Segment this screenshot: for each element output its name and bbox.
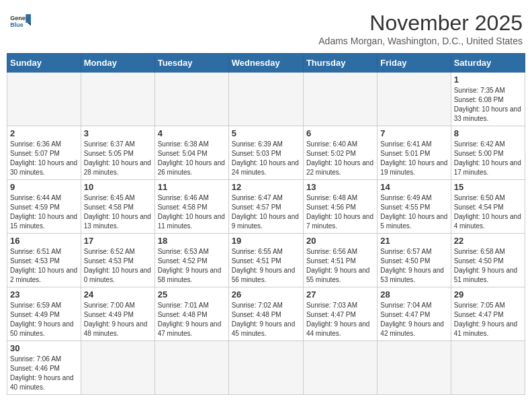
day-number: 23 xyxy=(10,289,78,300)
calendar-cell: 17Sunrise: 6:52 AM Sunset: 4:53 PM Dayli… xyxy=(81,234,154,287)
calendar-header-wednesday: Wednesday xyxy=(228,54,303,73)
day-number: 4 xyxy=(158,128,226,138)
day-number: 2 xyxy=(10,128,78,138)
calendar-cell xyxy=(378,73,451,126)
week-row-3: 16Sunrise: 6:51 AM Sunset: 4:53 PM Dayli… xyxy=(7,234,525,287)
day-info: Sunrise: 6:50 AM Sunset: 4:54 PM Dayligh… xyxy=(454,193,522,231)
day-number: 11 xyxy=(158,182,226,192)
calendar-cell: 27Sunrise: 7:03 AM Sunset: 4:47 PM Dayli… xyxy=(303,287,377,341)
day-number: 28 xyxy=(380,289,447,300)
day-number: 19 xyxy=(232,236,300,246)
day-info: Sunrise: 6:49 AM Sunset: 4:55 PM Dayligh… xyxy=(380,193,447,231)
calendar-cell: 20Sunrise: 6:56 AM Sunset: 4:51 PM Dayli… xyxy=(303,234,377,287)
calendar-header-sunday: Sunday xyxy=(7,54,81,73)
calendar-cell xyxy=(154,73,228,126)
calendar-cell xyxy=(228,341,303,395)
svg-marker-3 xyxy=(28,23,31,26)
calendar-cell: 25Sunrise: 7:01 AM Sunset: 4:48 PM Dayli… xyxy=(154,287,228,341)
calendar-cell xyxy=(7,73,81,126)
day-number: 14 xyxy=(380,182,447,192)
calendar-cell: 24Sunrise: 7:00 AM Sunset: 4:49 PM Dayli… xyxy=(81,287,154,341)
calendar-cell xyxy=(378,341,451,395)
calendar-cell: 19Sunrise: 6:55 AM Sunset: 4:51 PM Dayli… xyxy=(228,234,303,287)
calendar-cell: 1Sunrise: 7:35 AM Sunset: 6:08 PM Daylig… xyxy=(451,73,525,126)
calendar-cell xyxy=(303,341,377,395)
day-number: 12 xyxy=(232,182,300,192)
day-number: 24 xyxy=(84,289,152,300)
day-info: Sunrise: 7:00 AM Sunset: 4:49 PM Dayligh… xyxy=(84,301,152,338)
day-number: 5 xyxy=(232,128,300,138)
day-info: Sunrise: 6:41 AM Sunset: 5:01 PM Dayligh… xyxy=(380,140,447,177)
day-info: Sunrise: 7:06 AM Sunset: 4:46 PM Dayligh… xyxy=(10,355,78,392)
calendar-cell: 14Sunrise: 6:49 AM Sunset: 4:55 PM Dayli… xyxy=(378,180,451,234)
calendar-cell: 6Sunrise: 6:40 AM Sunset: 5:02 PM Daylig… xyxy=(303,126,377,180)
day-info: Sunrise: 6:47 AM Sunset: 4:57 PM Dayligh… xyxy=(232,193,300,231)
day-info: Sunrise: 6:39 AM Sunset: 5:03 PM Dayligh… xyxy=(232,140,300,177)
svg-text:Blue: Blue xyxy=(10,21,23,28)
day-info: Sunrise: 7:01 AM Sunset: 4:48 PM Dayligh… xyxy=(158,301,226,338)
day-info: Sunrise: 6:45 AM Sunset: 4:58 PM Dayligh… xyxy=(84,193,152,231)
week-row-1: 2Sunrise: 6:36 AM Sunset: 5:07 PM Daylig… xyxy=(7,126,525,180)
calendar-cell xyxy=(228,73,303,126)
day-number: 15 xyxy=(454,182,522,192)
day-number: 22 xyxy=(454,236,522,246)
day-number: 9 xyxy=(10,182,78,192)
calendar-table: SundayMondayTuesdayWednesdayThursdayFrid… xyxy=(7,53,525,395)
calendar-cell: 3Sunrise: 6:37 AM Sunset: 5:05 PM Daylig… xyxy=(81,126,154,180)
calendar-cell: 29Sunrise: 7:05 AM Sunset: 4:47 PM Dayli… xyxy=(451,287,525,341)
calendar-cell: 9Sunrise: 6:44 AM Sunset: 4:59 PM Daylig… xyxy=(7,180,81,234)
calendar-cell xyxy=(81,341,154,395)
day-info: Sunrise: 6:51 AM Sunset: 4:53 PM Dayligh… xyxy=(10,247,78,285)
week-row-2: 9Sunrise: 6:44 AM Sunset: 4:59 PM Daylig… xyxy=(7,180,525,234)
calendar-cell: 12Sunrise: 6:47 AM Sunset: 4:57 PM Dayli… xyxy=(228,180,303,234)
day-info: Sunrise: 6:52 AM Sunset: 4:53 PM Dayligh… xyxy=(84,247,152,285)
calendar-cell: 13Sunrise: 6:48 AM Sunset: 4:56 PM Dayli… xyxy=(303,180,377,234)
calendar-cell: 2Sunrise: 6:36 AM Sunset: 5:07 PM Daylig… xyxy=(7,126,81,180)
day-info: Sunrise: 7:35 AM Sunset: 6:08 PM Dayligh… xyxy=(454,86,522,124)
day-info: Sunrise: 6:46 AM Sunset: 4:58 PM Dayligh… xyxy=(158,193,226,231)
svg-marker-2 xyxy=(26,14,31,23)
day-number: 21 xyxy=(380,236,447,246)
page-header: General Blue November 2025 Adams Morgan,… xyxy=(7,7,525,49)
day-info: Sunrise: 6:55 AM Sunset: 4:51 PM Dayligh… xyxy=(232,247,300,285)
calendar-cell: 22Sunrise: 6:58 AM Sunset: 4:50 PM Dayli… xyxy=(451,234,525,287)
day-info: Sunrise: 7:03 AM Sunset: 4:47 PM Dayligh… xyxy=(306,301,374,338)
day-number: 3 xyxy=(84,128,152,138)
calendar-cell xyxy=(451,341,525,395)
calendar-header-monday: Monday xyxy=(81,54,154,73)
calendar-header-tuesday: Tuesday xyxy=(154,54,228,73)
day-number: 26 xyxy=(232,289,300,300)
day-info: Sunrise: 6:57 AM Sunset: 4:50 PM Dayligh… xyxy=(380,247,447,285)
title-area: November 2025 Adams Morgan, Washington, … xyxy=(318,11,523,46)
month-title: November 2025 xyxy=(318,11,523,36)
day-number: 25 xyxy=(158,289,226,300)
day-number: 17 xyxy=(84,236,152,246)
day-number: 29 xyxy=(454,289,522,300)
day-info: Sunrise: 7:04 AM Sunset: 4:47 PM Dayligh… xyxy=(380,301,447,338)
calendar-cell: 11Sunrise: 6:46 AM Sunset: 4:58 PM Dayli… xyxy=(154,180,228,234)
calendar-cell: 16Sunrise: 6:51 AM Sunset: 4:53 PM Dayli… xyxy=(7,234,81,287)
day-number: 10 xyxy=(84,182,152,192)
day-info: Sunrise: 6:37 AM Sunset: 5:05 PM Dayligh… xyxy=(84,140,152,177)
calendar-cell: 4Sunrise: 6:38 AM Sunset: 5:04 PM Daylig… xyxy=(154,126,228,180)
day-info: Sunrise: 6:59 AM Sunset: 4:49 PM Dayligh… xyxy=(10,301,78,338)
day-number: 6 xyxy=(306,128,374,138)
day-number: 18 xyxy=(158,236,226,246)
calendar-cell: 18Sunrise: 6:53 AM Sunset: 4:52 PM Dayli… xyxy=(154,234,228,287)
day-number: 7 xyxy=(380,128,447,138)
day-info: Sunrise: 7:02 AM Sunset: 4:48 PM Dayligh… xyxy=(232,301,300,338)
logo: General Blue xyxy=(9,11,31,32)
calendar-header-saturday: Saturday xyxy=(451,54,525,73)
day-info: Sunrise: 7:05 AM Sunset: 4:47 PM Dayligh… xyxy=(454,301,522,338)
day-info: Sunrise: 6:58 AM Sunset: 4:50 PM Dayligh… xyxy=(454,247,522,285)
location-title: Adams Morgan, Washington, D.C., United S… xyxy=(318,36,523,46)
calendar-cell: 21Sunrise: 6:57 AM Sunset: 4:50 PM Dayli… xyxy=(378,234,451,287)
day-number: 30 xyxy=(10,343,78,353)
calendar-cell: 7Sunrise: 6:41 AM Sunset: 5:01 PM Daylig… xyxy=(378,126,451,180)
week-row-0: 1Sunrise: 7:35 AM Sunset: 6:08 PM Daylig… xyxy=(7,73,525,126)
day-info: Sunrise: 6:42 AM Sunset: 5:00 PM Dayligh… xyxy=(454,140,522,177)
day-info: Sunrise: 6:48 AM Sunset: 4:56 PM Dayligh… xyxy=(306,193,374,231)
day-info: Sunrise: 6:53 AM Sunset: 4:52 PM Dayligh… xyxy=(158,247,226,285)
day-number: 16 xyxy=(10,236,78,246)
calendar-cell: 15Sunrise: 6:50 AM Sunset: 4:54 PM Dayli… xyxy=(451,180,525,234)
